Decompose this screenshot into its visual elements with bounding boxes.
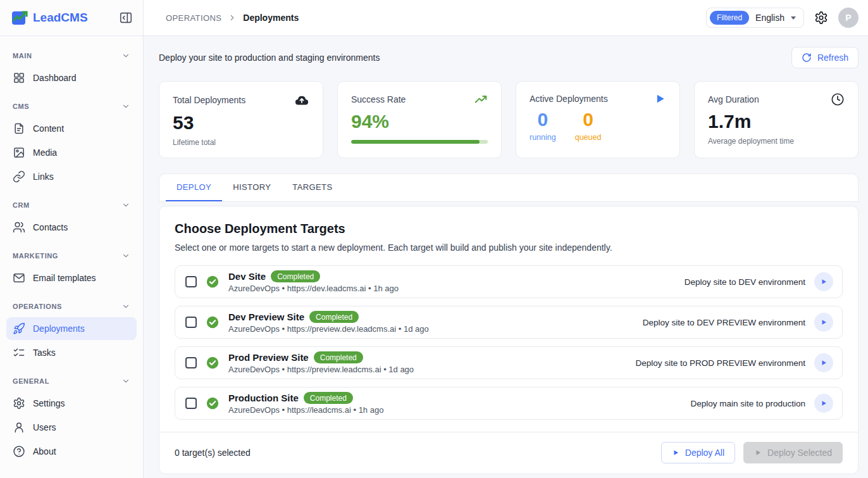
- stat-title: Active Deployments: [530, 94, 608, 104]
- play-icon: [654, 92, 666, 105]
- target-checkbox[interactable]: [185, 317, 197, 328]
- sidebar-nav: MAIN Dashboard CMS Content: [0, 36, 143, 469]
- deploy-all-label: Deploy All: [685, 448, 724, 458]
- queued-label: queued: [575, 133, 602, 142]
- language-selector[interactable]: Filtered English: [706, 8, 804, 28]
- sidebar-item-email-templates[interactable]: Email templates: [6, 267, 137, 289]
- link-icon: [13, 170, 25, 183]
- caret-down-icon: [791, 16, 796, 20]
- nav-section-header-marketing[interactable]: MARKETING: [6, 245, 137, 265]
- stat-title: Avg Duration: [708, 94, 759, 104]
- sidebar-item-contacts[interactable]: Contacts: [6, 216, 137, 239]
- nav-section-label: GENERAL: [13, 377, 49, 385]
- deploy-target-button[interactable]: [814, 353, 833, 372]
- success-rate-progress-track: [351, 140, 488, 144]
- chevron-down-icon: [121, 377, 130, 386]
- queued-stat: 0 queued: [575, 109, 602, 142]
- status-badge: Completed: [309, 311, 359, 323]
- target-row-production-site[interactable]: Production Site Completed AzureDevOps • …: [175, 387, 843, 420]
- nav-section-header-operations[interactable]: OPERATIONS: [6, 296, 137, 316]
- refresh-button[interactable]: Refresh: [791, 47, 859, 68]
- sidebar-item-label: Contacts: [33, 222, 68, 232]
- panel-collapse-icon: [119, 11, 133, 25]
- people-icon: [13, 221, 25, 234]
- breadcrumb: OPERATIONS Deployments: [166, 13, 299, 23]
- clock-icon: [831, 92, 845, 106]
- target-meta: AzureDevOps • https://preview.leadcms.ai…: [228, 365, 414, 374]
- tab-targets[interactable]: TARGETS: [282, 174, 343, 201]
- target-name: Dev Preview Site: [228, 311, 304, 322]
- breadcrumb-operations[interactable]: OPERATIONS: [166, 13, 221, 23]
- play-icon: [672, 449, 679, 456]
- sidebar-item-label: Content: [33, 123, 64, 134]
- topbar-right: Filtered English P: [706, 8, 859, 28]
- stat-card-active-deployments: Active Deployments 0 running 0 queued: [516, 81, 680, 158]
- sidebar-item-media[interactable]: Media: [6, 141, 137, 164]
- nav-section-label: OPERATIONS: [13, 303, 62, 310]
- status-badge: Completed: [271, 270, 320, 282]
- user-icon: [13, 421, 25, 434]
- stat-subtitle: Lifetime total: [173, 138, 309, 147]
- dashboard-icon: [13, 72, 25, 84]
- deploy-target-button[interactable]: [814, 272, 833, 291]
- sidebar-item-tasks[interactable]: Tasks: [6, 341, 137, 364]
- deployment-targets-panel: Choose Deployment Targets Select one or …: [159, 206, 859, 474]
- target-description: Deploy main site to production: [690, 399, 805, 408]
- play-icon: [754, 449, 762, 456]
- deploy-selected-button[interactable]: Deploy Selected: [743, 442, 843, 463]
- target-row-dev-preview-site[interactable]: Dev Preview Site Completed AzureDevOps •…: [175, 306, 843, 339]
- checklist-icon: [13, 346, 25, 359]
- chevron-down-icon: [121, 51, 130, 60]
- play-icon: [820, 359, 828, 367]
- target-row-prod-preview-site[interactable]: Prod Preview Site Completed AzureDevOps …: [175, 346, 843, 379]
- cloud-upload-icon: [294, 92, 309, 108]
- stat-card-success-rate: Success Rate 94%: [337, 81, 502, 158]
- target-meta: AzureDevOps • https://dev.leadcms.ai • 1…: [228, 284, 399, 293]
- breadcrumb-current-page: Deployments: [243, 13, 299, 23]
- tab-deploy[interactable]: DEPLOY: [166, 174, 222, 201]
- brand-logo[interactable]: LeadCMS: [11, 9, 88, 26]
- play-icon: [820, 278, 828, 286]
- document-icon: [13, 122, 25, 135]
- brand-name: LeadCMS: [33, 11, 88, 25]
- deploy-target-button[interactable]: [814, 394, 833, 413]
- tab-history[interactable]: HISTORY: [222, 174, 282, 201]
- sidebar-item-about[interactable]: About: [6, 440, 137, 463]
- nav-section-cms: CMS Content Media Links: [6, 96, 137, 188]
- stat-card-avg-duration: Avg Duration 1.7m Average deployment tim…: [694, 81, 859, 158]
- nav-section-header-crm[interactable]: CRM: [6, 194, 137, 215]
- sidebar-item-content[interactable]: Content: [6, 117, 137, 140]
- nav-section-marketing: MARKETING Email templates: [6, 245, 137, 289]
- stat-card-total-deployments: Total Deployments 53 Lifetime total: [159, 81, 323, 158]
- sidebar-item-deployments[interactable]: Deployments: [6, 317, 137, 340]
- running-stat: 0 running: [530, 109, 556, 142]
- panel-subtitle: Select one or more targets to start a ne…: [175, 242, 843, 253]
- sidebar-item-label: Links: [33, 172, 54, 182]
- target-checkbox[interactable]: [185, 276, 197, 287]
- sidebar-item-settings[interactable]: Settings: [6, 392, 137, 415]
- nav-section-general: GENERAL Settings Users About: [6, 370, 137, 463]
- nav-section-header-cms[interactable]: CMS: [6, 96, 137, 116]
- nav-section-header-main[interactable]: MAIN: [6, 45, 137, 65]
- deploy-target-button[interactable]: [814, 313, 833, 332]
- nav-section-crm: CRM Contacts: [6, 194, 137, 239]
- filtered-badge: Filtered: [710, 11, 749, 25]
- deploy-selected-label: Deploy Selected: [767, 448, 832, 458]
- target-checkbox[interactable]: [185, 398, 197, 409]
- nav-section-label: MARKETING: [13, 252, 58, 260]
- sidebar-item-label: Media: [33, 148, 57, 158]
- deploy-all-button[interactable]: Deploy All: [661, 442, 735, 463]
- sidebar-item-users[interactable]: Users: [6, 416, 137, 439]
- sidebar-item-label: Dashboard: [33, 73, 77, 83]
- sidebar-collapse-button[interactable]: [118, 9, 134, 26]
- target-meta: AzureDevOps • https://leadcms.ai • 1h ag…: [228, 405, 383, 415]
- avatar[interactable]: P: [838, 8, 859, 28]
- nav-section-header-general[interactable]: GENERAL: [6, 370, 137, 391]
- sidebar-item-dashboard[interactable]: Dashboard: [6, 66, 137, 89]
- sidebar-item-links[interactable]: Links: [6, 165, 137, 188]
- settings-button[interactable]: [814, 11, 828, 25]
- sidebar-item-label: Users: [33, 422, 56, 432]
- target-checkbox[interactable]: [185, 357, 197, 368]
- target-description: Deploy site to DEV PREVIEW environment: [643, 318, 805, 327]
- target-row-dev-site[interactable]: Dev Site Completed AzureDevOps • https:/…: [175, 265, 843, 298]
